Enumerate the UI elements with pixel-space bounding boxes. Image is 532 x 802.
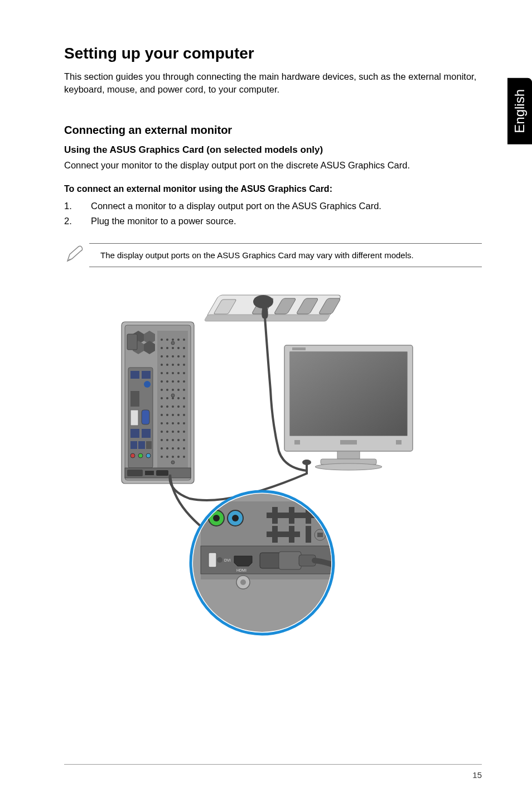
svg-point-44 (177, 364, 180, 366)
svg-point-45 (183, 364, 185, 366)
svg-point-56 (161, 389, 163, 391)
svg-rect-102 (130, 371, 139, 379)
svg-point-121 (171, 394, 175, 397)
svg-rect-111 (138, 441, 145, 449)
svg-point-79 (177, 422, 180, 424)
svg-point-47 (166, 372, 168, 374)
svg-point-123 (302, 460, 311, 465)
svg-point-54 (177, 380, 180, 383)
svg-point-27 (166, 339, 168, 341)
svg-point-30 (183, 339, 185, 341)
page-content: Setting up your computer This section gu… (0, 0, 532, 802)
hdmi-label: HDMI (236, 568, 246, 572)
svg-point-42 (166, 364, 168, 366)
page-number: 15 (472, 770, 482, 780)
page-footer: 15 (64, 764, 482, 780)
svg-point-37 (166, 355, 168, 357)
note-text: The display output ports on the ASUS Gra… (89, 243, 482, 267)
section-body: Connect your monitor to the display outp… (64, 160, 482, 171)
svg-point-73 (172, 414, 174, 416)
svg-point-28 (172, 339, 174, 341)
svg-point-43 (172, 364, 174, 366)
svg-point-53 (172, 380, 174, 383)
svg-point-131 (232, 515, 239, 521)
svg-point-41 (161, 364, 163, 366)
list-item: 2. Plug the monitor to a power source. (64, 216, 482, 226)
svg-rect-110 (130, 441, 137, 449)
pencil-icon (64, 244, 89, 267)
svg-rect-112 (146, 441, 152, 449)
svg-point-84 (177, 431, 180, 433)
svg-point-85 (183, 431, 185, 433)
svg-point-31 (161, 347, 163, 349)
svg-point-64 (177, 397, 180, 399)
svg-rect-106 (130, 410, 138, 426)
svg-point-59 (177, 389, 180, 391)
page-heading: Setting up your computer (64, 45, 482, 62)
svg-point-98 (172, 456, 174, 458)
svg-point-36 (161, 355, 163, 357)
svg-point-99 (177, 456, 180, 458)
svg-point-69 (177, 405, 180, 408)
svg-rect-12 (340, 440, 357, 445)
svg-rect-107 (142, 410, 149, 424)
svg-rect-149 (279, 552, 301, 569)
svg-point-16 (315, 463, 382, 470)
svg-rect-14 (337, 451, 360, 459)
svg-point-34 (177, 347, 180, 349)
svg-point-26 (161, 339, 163, 341)
step-text: Connect a monitor to a display output po… (91, 201, 381, 211)
svg-point-72 (166, 414, 168, 416)
svg-point-80 (183, 422, 185, 424)
svg-point-115 (146, 453, 151, 458)
svg-rect-108 (130, 429, 139, 438)
svg-point-52 (166, 380, 168, 383)
svg-point-29 (177, 339, 180, 341)
svg-point-66 (161, 405, 163, 408)
svg-point-65 (183, 397, 185, 399)
svg-point-70 (183, 405, 185, 408)
svg-rect-117 (127, 470, 143, 476)
svg-rect-109 (142, 429, 151, 438)
svg-point-88 (172, 439, 174, 441)
svg-rect-133 (267, 513, 283, 518)
svg-point-97 (166, 456, 168, 458)
svg-rect-105 (130, 391, 139, 407)
svg-rect-13 (396, 440, 402, 445)
svg-point-58 (172, 389, 174, 391)
svg-rect-17 (292, 347, 306, 350)
svg-point-114 (138, 453, 143, 458)
svg-point-49 (177, 372, 180, 374)
svg-rect-144 (209, 553, 216, 567)
svg-point-96 (161, 456, 163, 458)
svg-point-77 (166, 422, 168, 424)
step-number: 2. (64, 216, 91, 226)
svg-point-46 (161, 372, 163, 374)
svg-point-129 (213, 515, 220, 521)
svg-rect-103 (142, 371, 151, 379)
svg-point-50 (183, 372, 185, 374)
svg-point-51 (161, 380, 163, 383)
section-title: Connecting an external monitor (64, 124, 482, 137)
svg-point-63 (172, 397, 174, 399)
svg-point-91 (161, 447, 163, 450)
svg-rect-25 (157, 331, 188, 476)
svg-point-87 (166, 439, 168, 441)
svg-point-82 (166, 431, 168, 433)
svg-rect-10 (290, 352, 407, 436)
svg-point-74 (177, 414, 180, 416)
svg-point-57 (166, 389, 168, 391)
svg-point-89 (177, 439, 180, 441)
note-callout: The display output ports on the ASUS Gra… (64, 243, 482, 267)
svg-rect-141 (283, 532, 300, 537)
svg-point-81 (161, 431, 163, 433)
step-text: Plug the monitor to a power source. (91, 216, 236, 226)
svg-point-94 (177, 447, 180, 450)
svg-rect-119 (156, 470, 168, 476)
svg-point-62 (166, 397, 168, 399)
list-item: 1. Connect a monitor to a display output… (64, 201, 482, 211)
svg-point-40 (183, 355, 185, 357)
svg-point-61 (161, 397, 163, 399)
svg-point-33 (172, 347, 174, 349)
svg-point-104 (144, 381, 151, 388)
